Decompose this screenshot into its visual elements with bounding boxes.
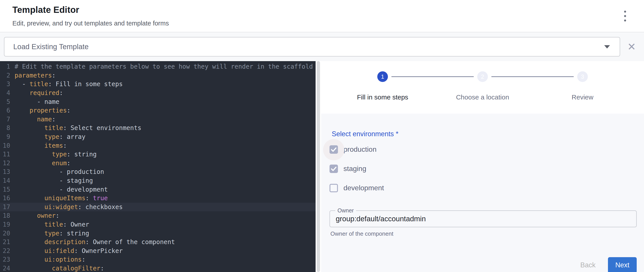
line-number: 11: [0, 151, 14, 158]
step-connector: [492, 76, 574, 77]
line-number: 12: [0, 160, 14, 167]
line-number: 23: [0, 256, 14, 263]
page-header: Template Editor Edit, preview, and try o…: [0, 0, 644, 32]
code-text: - name: [14, 98, 316, 105]
code-text: description: Owner of the component: [14, 238, 316, 246]
line-number: 4: [0, 89, 14, 97]
step-label-1: Fill in some steps: [332, 93, 432, 101]
code-line-1: 1# Edit the template parameters below to…: [0, 62, 316, 71]
line-number: 1: [0, 63, 14, 70]
checkbox-label: production: [344, 145, 376, 154]
line-number: 5: [0, 98, 14, 105]
environment-options: productionstagingdevelopment: [330, 140, 637, 198]
code-text: title: Select environments: [14, 124, 316, 131]
code-text: # Edit the template parameters below to …: [14, 63, 316, 70]
check-icon: [330, 165, 337, 172]
code-line-15: 15 - development: [0, 185, 316, 194]
code-line-7: 7 name:: [0, 115, 316, 124]
code-line-5: 5 - name: [0, 97, 316, 106]
code-line-11: 11 type: string: [0, 150, 316, 159]
code-text: items:: [14, 142, 316, 149]
code-line-18: 18 owner:: [0, 211, 316, 220]
step-label-3: Review: [532, 93, 632, 101]
owner-field-label: Owner: [335, 207, 356, 214]
checkbox-row-development[interactable]: development: [330, 178, 637, 198]
checkbox-development[interactable]: [330, 184, 338, 192]
code-line-9: 9 type: array: [0, 132, 316, 141]
load-template-placeholder: Load Existing Template: [13, 43, 604, 51]
line-number: 19: [0, 221, 14, 228]
checkbox-staging[interactable]: [330, 165, 338, 173]
code-text: - development: [14, 186, 316, 193]
line-number: 16: [0, 194, 14, 202]
code-line-16: 16 uniqueItems: true: [0, 194, 316, 203]
close-icon[interactable]: ✕: [623, 38, 640, 55]
checkbox-row-production[interactable]: production: [330, 140, 637, 159]
step-circle-2: 2: [477, 71, 488, 82]
page-title: Template Editor: [12, 4, 632, 15]
line-number: 3: [0, 80, 14, 88]
code-text: - staging: [14, 177, 316, 184]
code-line-12: 12 enum:: [0, 159, 316, 168]
panel-resizer-handle[interactable]: [316, 61, 321, 272]
code-line-2: 2parameters:: [0, 71, 316, 80]
checkbox-production[interactable]: [330, 145, 338, 154]
owner-field[interactable]: Owner: [330, 210, 637, 227]
code-text: ui:widget: checkboxes: [14, 203, 316, 211]
code-text: ui:options:: [14, 256, 316, 263]
line-number: 15: [0, 186, 14, 193]
checkbox-row-staging[interactable]: staging: [330, 159, 637, 178]
line-number: 10: [0, 142, 14, 149]
line-number: 9: [0, 133, 14, 141]
code-line-13: 13 - production: [0, 168, 316, 176]
code-lines: 1# Edit the template parameters below to…: [0, 62, 316, 272]
stepper-circles: 123: [332, 71, 632, 82]
checkbox-label: development: [344, 184, 384, 192]
code-text: required:: [14, 89, 316, 97]
line-number: 6: [0, 107, 14, 114]
code-line-22: 22 ui:field: OwnerPicker: [0, 246, 316, 255]
kebab-menu-icon[interactable]: [619, 10, 631, 22]
template-selector-bar: Load Existing Template ✕: [0, 32, 644, 61]
line-number: 2: [0, 72, 14, 79]
owner-input[interactable]: [330, 215, 636, 223]
yaml-code-editor[interactable]: 1# Edit the template parameters below to…: [0, 61, 316, 272]
form-card: Select environments * productionstagingd…: [321, 114, 644, 272]
code-text: ui:field: OwnerPicker: [14, 247, 316, 254]
caret-down-icon[interactable]: [604, 45, 610, 49]
code-text: type: array: [14, 133, 316, 141]
code-text: type: string: [14, 151, 316, 158]
line-number: 7: [0, 116, 14, 123]
form-preview-panel: 123 Fill in some stepsChoose a locationR…: [321, 61, 644, 272]
back-button[interactable]: Back: [574, 257, 602, 272]
code-line-23: 23 ui:options:: [0, 255, 316, 264]
line-number: 8: [0, 124, 14, 131]
code-line-10: 10 items:: [0, 141, 316, 150]
line-number: 13: [0, 168, 14, 175]
line-number: 21: [0, 238, 14, 246]
step-connector: [392, 76, 474, 77]
line-number: 14: [0, 177, 14, 184]
line-number: 24: [0, 265, 14, 272]
template-editor-app: Template Editor Edit, preview, and try o…: [0, 0, 644, 272]
code-text: - title: Fill in some steps: [14, 80, 316, 88]
check-icon: [330, 146, 337, 153]
page-subtitle: Edit, preview, and try out templates and…: [12, 20, 632, 27]
owner-helper-text: Owner of the component: [330, 230, 637, 237]
code-text: enum:: [14, 160, 316, 167]
load-template-select[interactable]: Load Existing Template: [4, 37, 620, 57]
code-line-6: 6 properties:: [0, 106, 316, 115]
environments-label: Select environments *: [332, 130, 637, 138]
stepper: 123 Fill in some stepsChoose a locationR…: [321, 61, 644, 101]
code-line-20: 20 type: string: [0, 229, 316, 238]
stepper-labels: Fill in some stepsChoose a locationRevie…: [332, 93, 632, 101]
code-text: - production: [14, 168, 316, 175]
code-text: type: string: [14, 230, 316, 237]
code-line-19: 19 title: Owner: [0, 220, 316, 229]
next-button[interactable]: Next: [608, 257, 637, 272]
step-circle-1: 1: [377, 71, 388, 82]
wizard-footer: Back Next: [330, 257, 637, 272]
code-line-4: 4 required:: [0, 89, 316, 97]
code-text: parameters:: [14, 72, 316, 79]
code-line-3: 3 - title: Fill in some steps: [0, 80, 316, 89]
